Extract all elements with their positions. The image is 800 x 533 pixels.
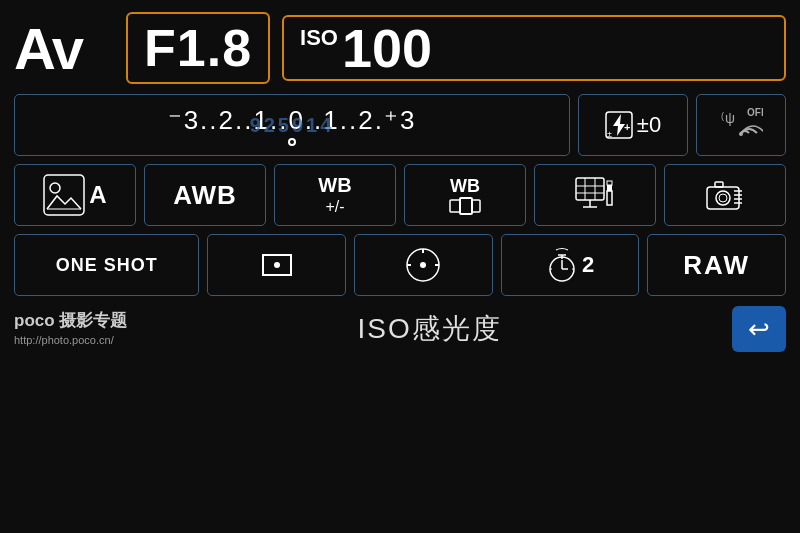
camera-settings-box[interactable] [664, 164, 786, 226]
flash-value: ±0 [637, 112, 661, 138]
af-point-box[interactable] [207, 234, 346, 296]
settings-row: A AWB WB +/- WB [14, 164, 786, 226]
self-timer-content: 2 [546, 247, 594, 283]
iso-box[interactable]: ISO 100 [282, 15, 786, 81]
camera-settings-icon [703, 173, 747, 217]
svg-point-4 [739, 132, 743, 136]
scene-a-label: A [89, 181, 106, 209]
metering-box[interactable] [354, 234, 493, 296]
svg-rect-14 [576, 178, 604, 200]
one-shot-label: ONE SHOT [56, 255, 158, 276]
svg-text:+: + [624, 121, 630, 133]
raw-label: RAW [683, 250, 750, 281]
wb-bracket-icon [449, 197, 481, 215]
svg-text:±: ± [607, 129, 612, 139]
poco-branding: poco 摄影专题 http://photo.poco.cn/ [14, 309, 127, 348]
back-arrow-icon: ↩ [748, 314, 770, 345]
bottom-row: poco 摄影专题 http://photo.poco.cn/ ISO感光度 ↩ [14, 306, 786, 352]
raw-box[interactable]: RAW [647, 234, 786, 296]
wb-adj-content: WB +/- [318, 173, 351, 216]
flash-content: + ± ±0 [605, 111, 661, 139]
scene-mode-box[interactable]: A [14, 164, 136, 226]
poco-brand-name: poco 摄影专题 [14, 309, 127, 333]
svg-rect-20 [607, 185, 612, 191]
wifi-status: ( ψ OFF [719, 103, 763, 147]
svg-text:ψ: ψ [725, 110, 735, 126]
svg-rect-12 [460, 198, 472, 214]
wifi-box[interactable]: ( ψ OFF [696, 94, 786, 156]
exposure-tick [288, 138, 296, 146]
wb-bracket-box[interactable]: WB [404, 164, 526, 226]
af-point-frame [262, 254, 292, 276]
camera-screen: Av F1.8 ISO 100 ⁻3..2..1..0..1..2.⁺3 925… [0, 0, 800, 533]
self-timer-number: 2 [582, 252, 594, 278]
svg-point-9 [50, 183, 60, 193]
exposure-scale-text: ⁻3..2..1..0..1..2.⁺3 [168, 105, 417, 136]
svg-point-33 [420, 262, 426, 268]
iso-value: 100 [342, 21, 432, 75]
wifi-icon: ( ψ OFF [719, 103, 763, 143]
wb-adj-bot: +/- [318, 197, 351, 216]
svg-point-26 [719, 194, 727, 202]
flash-icon: + ± [605, 111, 633, 139]
aperture-box[interactable]: F1.8 [126, 12, 270, 84]
exposure-scale-box[interactable]: ⁻3..2..1..0..1..2.⁺3 925914 [14, 94, 570, 156]
awb-box[interactable]: AWB [144, 164, 266, 226]
svg-text:OFF: OFF [747, 107, 763, 118]
iso-prefix: ISO [300, 25, 338, 51]
svg-rect-19 [607, 191, 612, 205]
scene-icon-svg [43, 174, 85, 216]
af-point-content [262, 254, 292, 276]
svg-rect-27 [715, 182, 723, 187]
self-timer-icon [546, 247, 578, 283]
display-box[interactable] [534, 164, 656, 226]
display-icon [573, 173, 617, 217]
wb-bracket-label: WB [450, 176, 480, 197]
svg-text:(: ( [721, 111, 724, 121]
aperture-value: F1.8 [144, 19, 252, 77]
back-button[interactable]: ↩ [732, 306, 786, 352]
mode-row: ONE SHOT [14, 234, 786, 296]
wb-adj-box[interactable]: WB +/- [274, 164, 396, 226]
mode-label: Av [14, 15, 114, 82]
svg-point-25 [716, 191, 730, 205]
af-point-dot [274, 262, 280, 268]
iso-bottom-label: ISO感光度 [358, 310, 502, 348]
svg-rect-21 [607, 181, 612, 185]
self-timer-box[interactable]: 2 [501, 234, 640, 296]
top-row: Av F1.8 ISO 100 [14, 12, 786, 84]
iso-label-text: ISO感光度 [358, 313, 502, 344]
one-shot-box[interactable]: ONE SHOT [14, 234, 199, 296]
wb-bracket-content: WB [449, 176, 481, 215]
flash-box[interactable]: + ± ±0 [578, 94, 688, 156]
awb-label: AWB [173, 180, 237, 211]
svg-rect-13 [472, 200, 480, 212]
scene-mode-icon: A [43, 174, 106, 216]
svg-rect-11 [450, 200, 460, 212]
metering-icon [403, 245, 443, 285]
wb-adj-top: WB [318, 173, 351, 197]
poco-url: http://photo.poco.cn/ [14, 333, 127, 348]
exposure-row: ⁻3..2..1..0..1..2.⁺3 925914 + ± ±0 [14, 94, 786, 156]
